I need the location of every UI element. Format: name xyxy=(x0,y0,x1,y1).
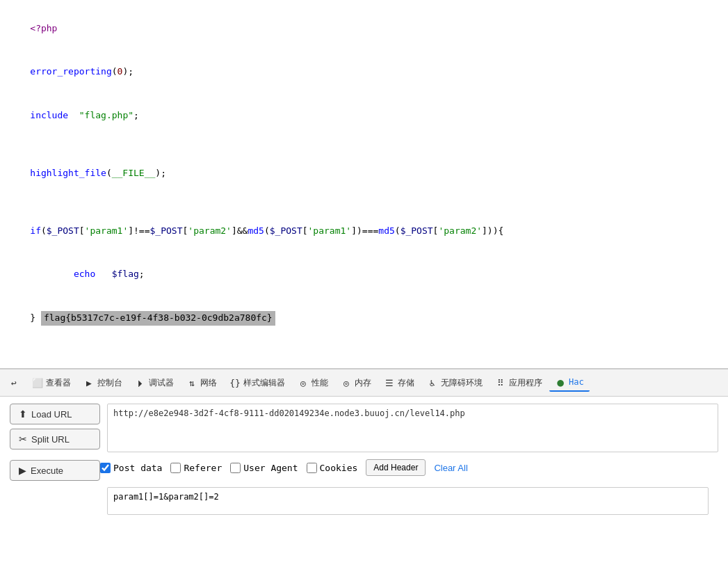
post-data-row xyxy=(10,487,718,517)
user-agent-checkbox[interactable] xyxy=(230,463,241,473)
devtools-item-storage[interactable]: ☰ 存储 xyxy=(378,374,420,392)
execute-label: Execute xyxy=(31,465,63,476)
post-data-checkbox-label[interactable]: Post data xyxy=(100,463,162,473)
code-line-blank1 xyxy=(8,137,720,152)
url-input[interactable] xyxy=(107,404,718,452)
style-editor-icon: {} xyxy=(229,377,241,388)
devtools-label-console: 控制台 xyxy=(97,377,122,389)
storage-icon: ☰ xyxy=(384,377,395,388)
checkbox-options: Post data Referer User Agent Cookies Add… xyxy=(100,459,468,476)
devtools-label-accessibility: 无障碍环境 xyxy=(441,377,483,389)
hack-panel: ⬆ Load URL ✂ Split URL ▶ Execute Post da… xyxy=(0,397,728,565)
devtools-label-hack: Hac xyxy=(569,377,584,387)
fn-error-reporting: error_reporting xyxy=(30,66,111,77)
load-url-label: Load URL xyxy=(31,409,72,420)
inspector-icon: ⬜ xyxy=(32,377,43,388)
devtools-inspector-icon[interactable]: ↩ xyxy=(3,374,25,391)
devtools-label-performance: 性能 xyxy=(312,377,328,389)
devtools-item-inspector[interactable]: ⬜ 查看器 xyxy=(26,374,76,392)
load-url-button[interactable]: ⬆ Load URL xyxy=(10,404,100,424)
devtools-item-hack[interactable]: ● Hac xyxy=(549,374,590,392)
devtools-label-style-editor: 样式编辑器 xyxy=(243,377,285,389)
code-line-1: <?php xyxy=(8,7,720,50)
devtools-item-style-editor[interactable]: {} 样式编辑器 xyxy=(224,374,291,392)
execute-button[interactable]: ▶ Execute xyxy=(10,460,100,481)
devtools-item-network[interactable]: ⇅ 网络 xyxy=(181,374,223,392)
flag-value: flag{b5317c7c-e19f-4f38-b032-0c9db2a780f… xyxy=(41,311,275,326)
referer-checkbox-label[interactable]: Referer xyxy=(170,463,222,473)
url-row: ⬆ Load URL ✂ Split URL xyxy=(10,404,718,452)
memory-icon: ◎ xyxy=(341,377,352,388)
code-line-5: if($_POST['param1']!==$_POST['param2']&&… xyxy=(8,209,720,253)
action-buttons: ⬆ Load URL ✂ Split URL xyxy=(10,404,100,449)
user-agent-checkbox-label[interactable]: User Agent xyxy=(230,463,298,473)
referer-label: Referer xyxy=(184,463,222,473)
devtools-label-inspector: 查看器 xyxy=(46,377,71,389)
application-icon: ⠿ xyxy=(495,377,506,388)
devtools-item-performance[interactable]: ◎ 性能 xyxy=(292,374,334,392)
fn-highlight-file: highlight_file xyxy=(30,168,106,178)
options-row: ▶ Execute Post data Referer User Agent C… xyxy=(10,459,718,482)
inspector-cursor-icon: ↩ xyxy=(8,377,19,388)
console-icon: ▶ xyxy=(83,377,95,388)
devtools-label-debugger: 调试器 xyxy=(149,377,174,389)
add-header-label: Add Header xyxy=(373,463,418,472)
post-data-input[interactable] xyxy=(107,487,709,515)
cookies-checkbox-label[interactable]: Cookies xyxy=(307,463,358,473)
clear-all-label: Clear All xyxy=(434,463,467,473)
hack-icon: ● xyxy=(555,376,566,388)
devtools-item-accessibility[interactable]: ♿ 无障碍环境 xyxy=(421,374,488,392)
code-line-7: } flag{b5317c7c-e19f-4f38-b032-0c9db2a78… xyxy=(8,296,720,340)
devtools-toolbar: ↩ ⬜ 查看器 ▶ 控制台 ⏵ 调试器 ⇅ 网络 {} 样式编辑器 ◎ 性能 ◎… xyxy=(0,369,728,397)
execute-icon: ▶ xyxy=(19,465,26,476)
code-line-4: highlight_file(__FILE__); xyxy=(8,152,720,195)
add-header-button[interactable]: Add Header xyxy=(366,459,426,476)
network-icon: ⇅ xyxy=(186,377,197,388)
devtools-label-application: 应用程序 xyxy=(509,377,542,389)
debugger-icon: ⏵ xyxy=(135,377,146,388)
cookies-label: Cookies xyxy=(320,463,358,473)
cookies-checkbox[interactable] xyxy=(307,463,317,473)
clear-all-button[interactable]: Clear All xyxy=(434,463,467,473)
user-agent-label: User Agent xyxy=(243,463,298,473)
devtools-item-console[interactable]: ▶ 控制台 xyxy=(78,374,128,392)
code-line-blank2 xyxy=(8,195,720,209)
accessibility-icon: ♿ xyxy=(427,377,438,388)
devtools-item-debugger[interactable]: ⏵ 调试器 xyxy=(129,374,179,392)
execute-button-wrapper: ▶ Execute xyxy=(10,460,100,481)
split-url-label: Split URL xyxy=(31,434,70,445)
code-line-2: error_reporting(0); xyxy=(8,50,720,93)
post-data-checkbox[interactable] xyxy=(100,463,111,473)
referer-checkbox[interactable] xyxy=(170,463,181,473)
split-url-icon: ✂ xyxy=(19,433,27,445)
load-url-icon: ⬆ xyxy=(19,408,27,420)
devtools-item-application[interactable]: ⠿ 应用程序 xyxy=(490,374,548,392)
php-open-tag: <?php xyxy=(30,23,57,33)
devtools-label-network: 网络 xyxy=(200,377,217,389)
performance-icon: ◎ xyxy=(298,377,309,388)
post-data-label: Post data xyxy=(113,463,162,473)
code-line-6: echo $flag; xyxy=(8,253,720,296)
devtools-label-storage: 存储 xyxy=(398,377,414,389)
devtools-label-memory: 内存 xyxy=(355,377,371,389)
split-url-button[interactable]: ✂ Split URL xyxy=(10,429,100,449)
devtools-item-memory[interactable]: ◎ 内存 xyxy=(335,374,377,392)
code-line-3: include "flag.php"; xyxy=(8,94,720,137)
code-display: <?php error_reporting(0); include "flag.… xyxy=(0,0,728,369)
